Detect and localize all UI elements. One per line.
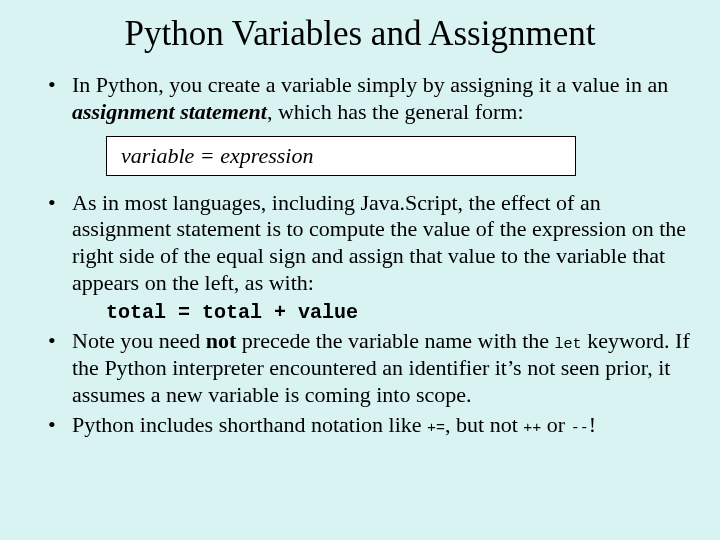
bullet-4-text-c: or: [541, 412, 570, 437]
op-plus-equals: +=: [427, 420, 445, 437]
op-plus-plus: ++: [523, 420, 541, 437]
bullet-3: Note you need not precede the variable n…: [30, 328, 690, 408]
bullet-1-text-a: In Python, you create a variable simply …: [72, 72, 668, 97]
code-example: total = total + value: [106, 301, 690, 324]
bullet-4-text-a: Python includes shorthand notation like: [72, 412, 427, 437]
slide: Python Variables and Assignment In Pytho…: [0, 0, 720, 540]
bullet-3-text-b: precede the variable name with the: [236, 328, 554, 353]
bullet-3-text-a: Note you need: [72, 328, 206, 353]
bullet-list-3: Note you need not precede the variable n…: [30, 328, 690, 439]
bullet-3-bold: not: [206, 328, 237, 353]
syntax-variable: variable: [121, 143, 194, 168]
bullet-list: In Python, you create a variable simply …: [30, 72, 690, 126]
bullet-4: Python includes shorthand notation like …: [30, 412, 690, 439]
bullet-4-text-b: , but not: [445, 412, 523, 437]
slide-title: Python Variables and Assignment: [30, 14, 690, 54]
syntax-box: variable = expression: [106, 136, 576, 176]
let-keyword: let: [555, 336, 582, 353]
syntax-equals: =: [194, 143, 220, 168]
bullet-1-text-b: , which has the general form:: [267, 99, 524, 124]
op-minus-minus: --: [571, 420, 589, 437]
bullet-2-text: As in most languages, including Java.Scr…: [72, 190, 686, 295]
bullet-4-text-d: !: [589, 412, 596, 437]
bullet-1-emph: assignment statement: [72, 99, 267, 124]
bullet-list-2: As in most languages, including Java.Scr…: [30, 190, 690, 297]
bullet-1: In Python, you create a variable simply …: [30, 72, 690, 126]
syntax-expression: expression: [220, 143, 313, 168]
bullet-2: As in most languages, including Java.Scr…: [30, 190, 690, 297]
